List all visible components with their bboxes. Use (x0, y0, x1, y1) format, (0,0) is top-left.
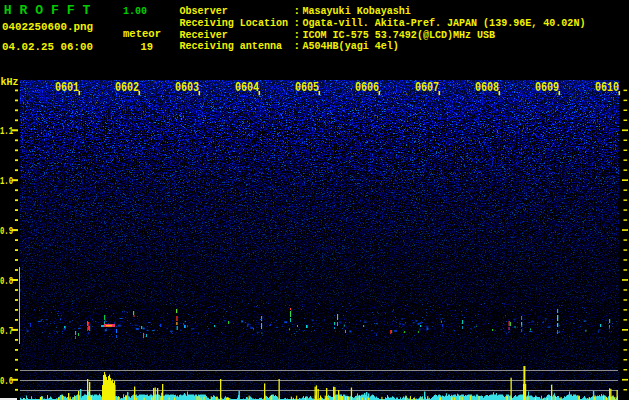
svg-text:1.1: 1.1 (0, 126, 13, 137)
svg-text:0607: 0607 (415, 81, 439, 95)
svg-text:0.8: 0.8 (0, 276, 13, 287)
svg-text::: : (294, 29, 301, 41)
svg-text:Receiving Location: Receiving Location (180, 17, 289, 29)
svg-text:0604: 0604 (235, 81, 259, 95)
svg-text:0.9: 0.9 (0, 226, 13, 237)
svg-text:meteor: meteor (123, 28, 161, 40)
svg-text:0608: 0608 (475, 81, 499, 95)
svg-text:kHz: kHz (1, 76, 19, 88)
svg-text:19: 19 (141, 41, 154, 53)
svg-text:Observer: Observer (180, 5, 228, 17)
svg-text:H R O F F T: H R O F F T (4, 4, 91, 18)
svg-text::: : (294, 5, 301, 17)
svg-text:0602: 0602 (115, 81, 139, 95)
svg-text:0.7: 0.7 (0, 326, 13, 337)
svg-text:0.6: 0.6 (0, 376, 13, 387)
svg-text::: : (294, 17, 301, 29)
svg-text:Masayuki Kobayashi: Masayuki Kobayashi (303, 5, 412, 17)
svg-text:0609: 0609 (535, 81, 559, 95)
svg-text:1.0: 1.0 (0, 176, 13, 187)
svg-text:0610: 0610 (595, 81, 619, 95)
svg-text:Ogata-vill. Akita-Pref. JAPAN: Ogata-vill. Akita-Pref. JAPAN (139.96E, … (303, 17, 586, 29)
svg-text:Receiver: Receiver (180, 29, 228, 41)
svg-text::: : (294, 40, 301, 52)
svg-text:0605: 0605 (295, 81, 319, 95)
svg-text:04.02.25 06:00: 04.02.25 06:00 (2, 41, 93, 53)
svg-text:0606: 0606 (355, 81, 379, 95)
svg-text:1.00: 1.00 (123, 5, 147, 17)
svg-text:ICOM IC-575 53.7492(@LCD)MHz U: ICOM IC-575 53.7492(@LCD)MHz USB (303, 29, 496, 41)
svg-text:0402250600.png: 0402250600.png (2, 21, 93, 33)
svg-text:0603: 0603 (175, 81, 199, 95)
svg-text:0601: 0601 (55, 81, 79, 95)
svg-text:Receiving antenna: Receiving antenna (180, 40, 283, 52)
svg-text:A504HB(yagi 4el): A504HB(yagi 4el) (303, 40, 399, 52)
